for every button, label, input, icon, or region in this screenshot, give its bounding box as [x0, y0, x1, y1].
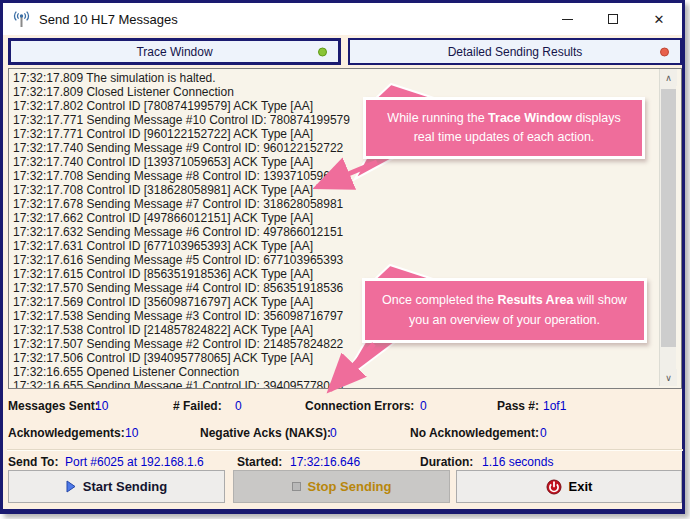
scrollbar-thumb[interactable] — [661, 89, 676, 347]
scroll-up-icon[interactable]: ∧ — [660, 69, 677, 86]
red-status-dot-icon — [660, 47, 669, 56]
started-label: Started: — [237, 455, 282, 469]
acknowledgements-label: Acknowledgements: — [8, 426, 125, 440]
stop-icon — [292, 482, 301, 491]
tab-trace-window-label: Trace Window — [136, 45, 212, 59]
log-line: 17:32:17.506 Control ID [394095778065] A… — [13, 351, 659, 365]
log-line: 17:32:17.632 Sending Message #6 Control … — [13, 225, 659, 239]
window-title: Send 10 HL7 Messages — [39, 12, 178, 27]
start-sending-button[interactable]: Start Sending — [8, 470, 225, 503]
power-icon — [546, 479, 562, 495]
no-acknowledgement-label: No Acknowledgement: — [410, 426, 539, 440]
log-line: 17:32:17.678 Sending Message #7 Control … — [13, 197, 659, 211]
green-status-dot-icon — [318, 47, 327, 56]
app-window: Send 10 HL7 Messages ✕ Trace Window Deta… — [0, 0, 685, 514]
no-acknowledgement-value: 0 — [540, 426, 547, 440]
exit-button[interactable]: Exit — [456, 470, 682, 503]
connection-errors-label: Connection Errors: — [305, 399, 414, 413]
pass-number-value: 1of1 — [543, 399, 566, 413]
window-controls: ✕ — [544, 3, 682, 35]
negative-acks-value: 0 — [330, 426, 337, 440]
pass-number-label: Pass #: — [497, 399, 539, 413]
maximize-icon — [608, 14, 618, 24]
tab-detailed-sending-results[interactable]: Detailed Sending Results — [348, 38, 682, 65]
log-line: 17:32:17.708 Control ID [318628058981] A… — [13, 183, 659, 197]
duration-label: Duration: — [420, 455, 473, 469]
callout-trace-window-text: While running the Trace Window displays … — [376, 109, 632, 148]
started-value: 17:32:16.646 — [290, 455, 360, 469]
log-line: 17:32:16.655 Sending Message #1 Control … — [13, 379, 659, 389]
minimize-button[interactable] — [544, 3, 590, 35]
play-icon — [66, 480, 76, 493]
messages-sent-value: 10 — [95, 399, 108, 413]
tab-trace-window[interactable]: Trace Window — [8, 38, 341, 65]
log-line: 17:32:17.631 Control ID [677103965393] A… — [13, 239, 659, 253]
stop-sending-label: Stop Sending — [308, 479, 392, 494]
scroll-down-icon[interactable]: ∨ — [660, 369, 677, 386]
start-sending-label: Start Sending — [83, 479, 168, 494]
log-line: 17:32:17.616 Sending Message #5 Control … — [13, 253, 659, 267]
messages-sent-label: Messages Sent: — [8, 399, 99, 413]
radio-signal-icon — [12, 11, 31, 28]
log-line: 17:32:17.662 Control ID [497866012151] A… — [13, 211, 659, 225]
log-line: 17:32:17.809 The simulation is halted. — [13, 71, 659, 85]
log-line: 17:32:16.655 Opened Listener Connection — [13, 365, 659, 379]
close-button[interactable]: ✕ — [636, 3, 682, 35]
callout-trace-window: While running the Trace Window displays … — [363, 97, 645, 159]
log-line: 17:32:17.708 Sending Message #8 Control … — [13, 169, 659, 183]
connection-errors-value: 0 — [420, 399, 427, 413]
callout-results-area: Once completed the Results Area will sho… — [362, 278, 647, 343]
send-to-value: Port #6025 at 192.168.1.6 — [65, 455, 204, 469]
title-bar[interactable]: Send 10 HL7 Messages ✕ — [3, 3, 682, 35]
minimize-icon — [562, 19, 573, 20]
exit-label: Exit — [569, 479, 593, 494]
close-icon: ✕ — [654, 13, 665, 26]
duration-value: 1.16 seconds — [482, 455, 553, 469]
callout-results-area-text: Once completed the Results Area will sho… — [375, 291, 634, 330]
log-scrollbar[interactable]: ∧ ∨ — [659, 69, 676, 386]
tab-detailed-results-label: Detailed Sending Results — [448, 45, 583, 59]
failed-label: # Failed: — [173, 399, 222, 413]
maximize-button[interactable] — [590, 3, 636, 35]
send-to-label: Send To: — [8, 455, 58, 469]
stats-separator — [7, 449, 683, 451]
negative-acks-label: Negative Acks (NAKS): — [200, 426, 331, 440]
failed-value: 0 — [235, 399, 242, 413]
acknowledgements-value: 10 — [125, 426, 138, 440]
stop-sending-button[interactable]: Stop Sending — [233, 470, 450, 503]
screenshot-stage: Send 10 HL7 Messages ✕ Trace Window Deta… — [0, 0, 690, 519]
